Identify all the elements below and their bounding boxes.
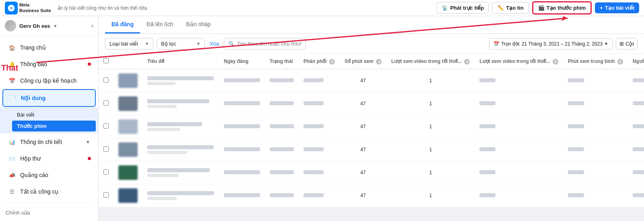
row-title-2: [142, 115, 219, 138]
meta-logo: Meta Business Suite: [5, 2, 51, 15]
row-status-4: [265, 161, 299, 184]
row-date-2: [219, 115, 265, 138]
row-checkbox-5[interactable]: [99, 184, 114, 207]
table-row: 47 1: [99, 92, 644, 115]
tabs-bar: Đã đăng Đã lên lịch Bản nháp: [99, 16, 644, 34]
col-avg-watch: Phút xem trung bình ℹ: [563, 54, 628, 69]
row-v2-5: 1: [386, 184, 475, 207]
row-v4-3: [563, 138, 628, 161]
inbox-badge: [88, 157, 91, 160]
sidebar-user[interactable]: Gerv Gh ees ▼: [5, 20, 58, 31]
live-button[interactable]: 📡 Phát trực tiếp: [436, 2, 489, 14]
row-title-4: [142, 161, 219, 184]
tab-published[interactable]: Đã đăng: [105, 16, 140, 33]
row-thumb-1: [114, 92, 142, 115]
row-dist-0: [299, 69, 340, 92]
sidebar-item-home[interactable]: 🏠 Trang chủ: [2, 40, 96, 56]
row-dist-2: [299, 115, 340, 138]
meta-logo-text: Meta Business Suite: [19, 2, 51, 13]
row-v1-4: 47: [340, 161, 386, 184]
select-all-checkbox-header[interactable]: [99, 54, 114, 69]
create-post-button[interactable]: + Tạo bài viết: [595, 2, 639, 13]
info-icon[interactable]: ℹ: [553, 59, 558, 65]
table-header-row: Tiêu đề Ngày đăng Trạng thái Phân phối ℹ…: [99, 54, 644, 69]
tab-drafts[interactable]: Bản nháp: [180, 16, 217, 33]
table-body: 47 1: [99, 69, 644, 207]
chevron-down-icon: ▼: [604, 42, 608, 46]
row-status-5: [265, 184, 299, 207]
sidebar-item-all-tools[interactable]: ☰ Tất cả công cụ: [2, 183, 96, 200]
sidebar-item-label: Nội dung: [21, 95, 45, 101]
row-dist-3: [299, 138, 340, 161]
sidebar-sub-item-reel[interactable]: Thước phim: [12, 121, 96, 131]
sidebar-item-planner[interactable]: 📅 Công cụ lập kế hoạch: [2, 73, 96, 89]
filter-clear-button[interactable]: Xóa: [208, 41, 221, 47]
bell-icon: 🔔: [8, 60, 16, 68]
tab-scheduled[interactable]: Đã lên lịch: [140, 16, 180, 33]
date-range-picker[interactable]: 📅 Trọn đời: 21 Tháng 3, 2021 – 21 Tháng …: [489, 38, 613, 50]
sidebar-header: Gerv Gh ees ▼ ‹: [0, 16, 98, 36]
grid-icon: 📅: [8, 77, 16, 85]
sidebar-collapse-button[interactable]: ‹: [91, 22, 93, 29]
row-dist-4: [299, 161, 340, 184]
info-icon[interactable]: ℹ: [329, 59, 335, 65]
row-dist-1: [299, 92, 340, 115]
info-icon[interactable]: ℹ: [376, 59, 382, 65]
col-status: Trạng thái: [265, 54, 299, 69]
body-wrapper: That Gerv Gh ees ▼ ‹ 🏠 Trang chủ: [0, 16, 644, 221]
row-v1-2: 47: [340, 115, 386, 138]
row-v1-1: 47: [340, 92, 386, 115]
row-v2-1: 1: [386, 92, 475, 115]
sidebar-item-content[interactable]: 📄 Nội dung: [2, 89, 96, 107]
sidebar-item-label: Thông tin chi tiết: [20, 139, 62, 145]
create-post-icon: ✏️: [497, 5, 504, 11]
row-thumb-3: [114, 138, 142, 161]
sidebar-divider: [5, 203, 93, 203]
row-status-2: [265, 115, 299, 138]
row-v3-0: [475, 69, 563, 92]
search-icon: 🔍: [228, 41, 235, 47]
columns-button[interactable]: ⊞ Cột: [616, 38, 638, 50]
create-post-text-button[interactable]: ✏️ Tạo tin: [492, 2, 528, 14]
row-v5-3: [628, 138, 644, 161]
sidebar-item-ads[interactable]: 📣 Quảng cáo: [2, 167, 96, 183]
row-checkbox-0[interactable]: [99, 69, 114, 92]
col-distribution: Phân phối ℹ: [299, 54, 340, 69]
sidebar-item-inbox[interactable]: ✉️ Hộp thư: [2, 150, 96, 167]
row-checkbox-3[interactable]: [99, 138, 114, 161]
sidebar-sub-item-post[interactable]: Bài viết: [12, 109, 96, 120]
sidebar-username: Gerv Gh ees: [19, 23, 50, 29]
search-bar[interactable]: 🔍: [224, 38, 306, 50]
search-input[interactable]: [237, 41, 301, 47]
row-v1-0: 47: [340, 69, 386, 92]
sidebar-sub-label: Bài viết: [17, 112, 34, 118]
sidebar-sub-content: Bài viết Thước phim: [0, 107, 98, 133]
row-v4-2: [563, 115, 628, 138]
row-thumb-0: [114, 69, 142, 92]
chevron-down-icon: ▼: [196, 42, 200, 46]
info-icon[interactable]: ℹ: [617, 59, 623, 65]
notification-badge: [88, 63, 91, 66]
col-retention: Người quay lại xem thêm ℹ: [628, 54, 644, 69]
filters-bar: Loại bài viết ▼ Bộ lọc ▼ Xóa 🔍 📅 Trọn đờ…: [99, 34, 644, 54]
sidebar-item-analytics[interactable]: 📊 Thông tin chi tiết ▼: [2, 134, 96, 150]
sidebar-item-notifications[interactable]: 🔔 Thông báo: [2, 56, 96, 72]
col-views-1min: Lượt xem video trong tối thiế... ℹ: [475, 54, 563, 69]
plus-icon: +: [600, 5, 603, 11]
info-icon[interactable]: ℹ: [464, 59, 470, 65]
row-v1-3: 47: [340, 138, 386, 161]
row-checkbox-2[interactable]: [99, 115, 114, 138]
home-icon: 🏠: [8, 44, 16, 52]
sidebar-item-label: Trang chủ: [20, 44, 46, 51]
mail-icon: ✉️: [8, 154, 16, 163]
type-filter[interactable]: Loại bài viết ▼: [105, 38, 153, 50]
row-v5-2: [628, 115, 644, 138]
advanced-filter[interactable]: Bộ lọc ▼: [157, 38, 205, 50]
row-v3-3: [475, 138, 563, 161]
filter-label: Bộ lọc: [161, 41, 176, 47]
menu-icon: ☰: [8, 188, 16, 196]
row-checkbox-4[interactable]: [99, 161, 114, 184]
row-checkbox-1[interactable]: [99, 92, 114, 115]
create-reel-button[interactable]: 🎬 Tạo thước phim: [532, 1, 592, 15]
sidebar-edit[interactable]: Chỉnh sửa: [0, 206, 98, 219]
